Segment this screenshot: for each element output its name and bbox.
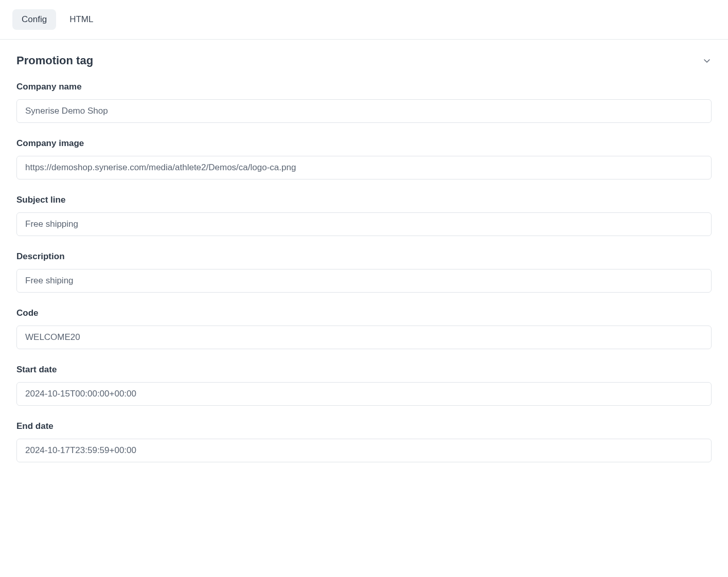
tab-config[interactable]: Config bbox=[12, 9, 56, 30]
field-subject-line: Subject line bbox=[16, 195, 712, 236]
chevron-down-icon[interactable] bbox=[702, 56, 712, 65]
label-subject-line: Subject line bbox=[16, 195, 712, 205]
label-company-image: Company image bbox=[16, 138, 712, 149]
field-company-image: Company image bbox=[16, 138, 712, 179]
field-code: Code bbox=[16, 308, 712, 349]
input-end-date[interactable] bbox=[16, 439, 712, 462]
label-end-date: End date bbox=[16, 421, 712, 431]
input-subject-line[interactable] bbox=[16, 212, 712, 236]
input-start-date[interactable] bbox=[16, 382, 712, 406]
field-company-name: Company name bbox=[16, 82, 712, 123]
field-end-date: End date bbox=[16, 421, 712, 462]
label-company-name: Company name bbox=[16, 82, 712, 92]
input-code[interactable] bbox=[16, 326, 712, 349]
input-description[interactable] bbox=[16, 269, 712, 293]
label-description: Description bbox=[16, 251, 712, 262]
tab-html[interactable]: HTML bbox=[60, 9, 102, 30]
promotion-tag-section: Promotion tag Company name Company image… bbox=[0, 40, 728, 494]
field-start-date: Start date bbox=[16, 365, 712, 406]
field-description: Description bbox=[16, 251, 712, 293]
tabs-bar: Config HTML bbox=[0, 0, 728, 40]
label-start-date: Start date bbox=[16, 365, 712, 375]
input-company-name[interactable] bbox=[16, 99, 712, 123]
input-company-image[interactable] bbox=[16, 156, 712, 179]
section-header: Promotion tag bbox=[16, 54, 712, 67]
label-code: Code bbox=[16, 308, 712, 318]
section-title: Promotion tag bbox=[16, 54, 93, 67]
